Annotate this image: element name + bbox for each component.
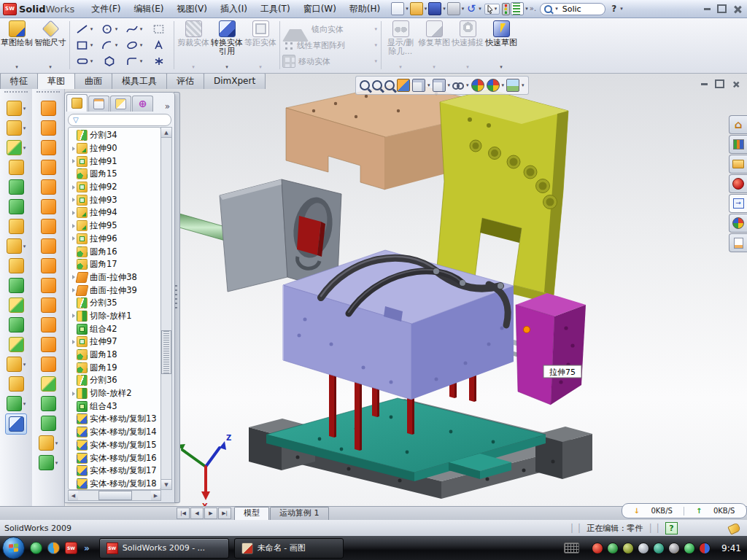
expand-arrow-icon[interactable] bbox=[70, 185, 77, 190]
sketch-circle-tool[interactable]: ▾ bbox=[97, 21, 122, 37]
dropdown-caret-icon[interactable]: ▾ bbox=[500, 63, 503, 73]
dropdown-caret-icon[interactable]: ▾ bbox=[448, 82, 451, 88]
ribbon-tab-模具工具[interactable]: 模具工具 bbox=[112, 73, 167, 89]
dropdown-caret-icon[interactable]: ▾ bbox=[23, 401, 26, 407]
apply-scene-icon[interactable] bbox=[487, 79, 500, 92]
undo-caret-icon[interactable]: ▾ bbox=[478, 6, 482, 12]
tool-boundary-surface[interactable] bbox=[32, 177, 64, 197]
appearances-icon[interactable] bbox=[471, 79, 484, 92]
display-style-icon[interactable] bbox=[412, 79, 425, 92]
taskpane-tab-view-palette[interactable]: → bbox=[729, 194, 747, 213]
taskbar-task-未命名 - 画图[interactable]: 未命名 - 画图 bbox=[234, 538, 344, 559]
help-icon[interactable]: ? bbox=[609, 4, 619, 14]
tree-item-实体-移动/复制14[interactable]: 实体-移动/复制14 bbox=[70, 426, 160, 439]
restore-button[interactable] bbox=[717, 4, 727, 13]
menu-编辑(E)[interactable]: 编辑(E) bbox=[127, 1, 170, 18]
dropdown-caret-icon[interactable]: ▾ bbox=[15, 63, 18, 73]
messenger-icon[interactable] bbox=[30, 542, 42, 554]
tree-filter-box[interactable]: ▽ bbox=[68, 114, 171, 126]
tool-reference-geometry[interactable]: ▾ bbox=[32, 433, 64, 453]
new-document-icon[interactable] bbox=[391, 2, 404, 15]
tool-trim-surface[interactable] bbox=[32, 295, 64, 315]
tool-move-copy-body[interactable] bbox=[0, 335, 32, 354]
expand-arrow-icon[interactable] bbox=[70, 236, 77, 241]
tree-item-曲面-拉伸38[interactable]: 曲面-拉伸38 bbox=[70, 271, 160, 284]
dropdown-caret-icon[interactable]: ▾ bbox=[90, 58, 94, 64]
system-monitor-tray-icon[interactable] bbox=[622, 542, 634, 554]
rebuild-icon[interactable] bbox=[502, 3, 510, 15]
solidworks-shortcut-icon[interactable]: SW bbox=[65, 542, 77, 554]
dropdown-caret-icon[interactable]: ▾ bbox=[90, 42, 94, 48]
view-settings-icon[interactable] bbox=[506, 79, 519, 92]
new-caret-icon[interactable]: ▾ bbox=[405, 6, 409, 12]
tree-vertical-scrollbar[interactable]: ▲ ▼ bbox=[160, 127, 172, 490]
tree-item-圆角17[interactable]: 圆角17 bbox=[70, 258, 160, 271]
tree-item-拉伸90[interactable]: 拉伸90 bbox=[70, 142, 160, 155]
tree-item-组合42[interactable]: 组合42 bbox=[70, 322, 160, 335]
volume-tray-icon[interactable] bbox=[638, 542, 649, 554]
menu-文件(F)[interactable]: 文件(F) bbox=[85, 1, 127, 18]
tool-fillet[interactable]: ▾ bbox=[0, 138, 32, 158]
tool-lofted-surface[interactable] bbox=[32, 158, 64, 177]
antivirus-tray-icon[interactable] bbox=[592, 542, 603, 554]
tab-model[interactable]: 模型 bbox=[234, 507, 269, 520]
dropdown-caret-icon[interactable]: ▾ bbox=[23, 244, 26, 249]
expand-arrow-icon[interactable] bbox=[70, 224, 77, 228]
tab-motion-study[interactable]: 运动算例 1 bbox=[270, 507, 329, 520]
dropdown-caret-icon[interactable]: ▾ bbox=[502, 82, 505, 88]
expand-arrow-icon[interactable] bbox=[70, 159, 77, 163]
scroll-up-icon[interactable]: ▲ bbox=[161, 128, 171, 138]
cmd-sketch-pencil-button[interactable]: 草图绘制▾ bbox=[0, 18, 34, 73]
zoom-fit-icon[interactable] bbox=[360, 80, 370, 90]
open-icon[interactable] bbox=[410, 2, 423, 15]
tree-item-组合43[interactable]: 组合43 bbox=[70, 400, 160, 413]
dropdown-caret-icon[interactable]: ▾ bbox=[466, 82, 469, 88]
input-method-icon[interactable] bbox=[564, 542, 579, 553]
tree-item-圆角15[interactable]: 圆角15 bbox=[70, 168, 160, 181]
undo-icon[interactable]: ↺ bbox=[465, 3, 477, 15]
sketch-polygon-tool[interactable] bbox=[97, 53, 122, 69]
search-caret-icon[interactable]: ▾ bbox=[554, 6, 559, 12]
sketch-ellipse-tool[interactable]: ▾ bbox=[122, 37, 147, 53]
doc-restore-button[interactable] bbox=[715, 79, 724, 88]
tree-item-圆角16[interactable]: 圆角16 bbox=[70, 245, 160, 258]
section-view-icon[interactable] bbox=[397, 79, 410, 92]
tool-boundary-cut[interactable] bbox=[0, 197, 32, 217]
doc-close-button[interactable] bbox=[732, 81, 739, 88]
dropdown-caret-icon[interactable]: ▾ bbox=[115, 42, 119, 48]
sketch-point-tool[interactable] bbox=[147, 53, 171, 69]
tool-spline-tool[interactable]: ▾ bbox=[32, 453, 64, 472]
sketch-text-tool[interactable] bbox=[147, 37, 171, 53]
options-caret-icon[interactable]: ▾ bbox=[525, 6, 529, 12]
minimize-button[interactable] bbox=[704, 8, 711, 10]
tool-lofted-boss[interactable] bbox=[0, 177, 32, 197]
tool-insert-part[interactable]: ▾ bbox=[0, 354, 32, 374]
tree-item-拉伸97[interactable]: 拉伸97 bbox=[70, 335, 160, 349]
tool-split[interactable] bbox=[0, 295, 32, 315]
search-box[interactable]: ▾ bbox=[540, 3, 605, 15]
tree-item-实体-移动/复制15[interactable]: 实体-移动/复制15 bbox=[70, 439, 160, 452]
cmd-rapid-sketch-button[interactable]: 快速草图▾ bbox=[484, 18, 518, 73]
sketch-rectangle-tool[interactable]: ▾ bbox=[72, 37, 97, 53]
scroll-down-icon[interactable]: ▼ bbox=[161, 479, 171, 489]
toolbar-grip[interactable] bbox=[4, 91, 28, 97]
print-caret-icon[interactable]: ▾ bbox=[461, 6, 465, 12]
tool-filled-surface[interactable] bbox=[32, 276, 64, 295]
tree-item-切除-放样2[interactable]: 切除-放样2 bbox=[70, 387, 160, 400]
expand-arrow-icon[interactable] bbox=[70, 340, 77, 344]
dropdown-caret-icon[interactable]: ▾ bbox=[90, 26, 94, 32]
dropdown-caret-icon[interactable]: ▾ bbox=[23, 362, 26, 368]
tool-thicken[interactable] bbox=[32, 394, 64, 413]
satellite-warning-tray-icon[interactable] bbox=[668, 542, 680, 554]
tool-planar-surface[interactable] bbox=[32, 197, 64, 217]
tree-item-实体-移动/复制18[interactable]: 实体-移动/复制18 bbox=[70, 478, 160, 490]
tree-item-分割36[interactable]: 分割36 bbox=[70, 374, 160, 387]
sketch-sketch-fillet-tool[interactable]: ▾ bbox=[122, 53, 147, 69]
tool-draft[interactable] bbox=[0, 276, 32, 295]
tool-knit-surface[interactable] bbox=[32, 374, 64, 394]
network-tool-tray-icon[interactable] bbox=[653, 542, 665, 554]
sketch-slot-tool[interactable]: ▾ bbox=[72, 53, 97, 69]
hide-show-items-icon[interactable] bbox=[452, 79, 464, 91]
taskpane-tab-solidworks-resources-home[interactable]: ⌂ bbox=[729, 115, 747, 134]
security-shield-tray-icon[interactable] bbox=[607, 542, 619, 554]
